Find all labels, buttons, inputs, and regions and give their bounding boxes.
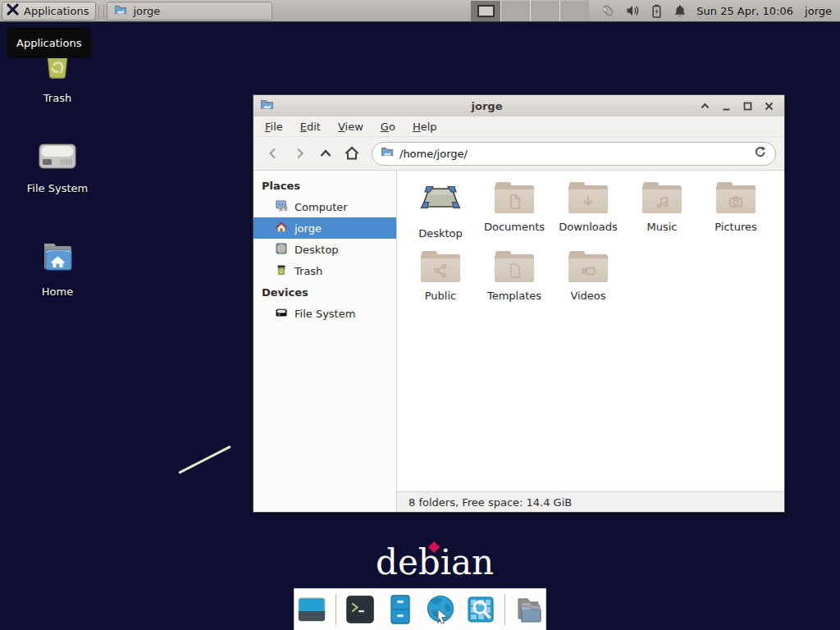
path-folder-icon bbox=[381, 145, 394, 162]
reload-icon[interactable] bbox=[754, 145, 767, 162]
folder-item-templates[interactable]: Templates bbox=[477, 251, 551, 302]
xorg-logo-icon bbox=[6, 2, 20, 19]
sidebar-item-jorge[interactable]: jorge bbox=[253, 217, 396, 239]
folder-public-icon bbox=[421, 251, 460, 282]
drive-small-icon bbox=[275, 306, 288, 322]
folder-window-icon bbox=[114, 3, 127, 19]
user-home-icon bbox=[275, 221, 288, 236]
debian-logo: debian bbox=[376, 542, 494, 582]
window-folder-icon[interactable] bbox=[260, 98, 274, 115]
file-manager-window: jorge File Edit View Go Help bbox=[253, 94, 785, 513]
folder-item-pictures[interactable]: Pictures bbox=[699, 182, 773, 240]
sidebar-item-label: jorge bbox=[294, 222, 322, 235]
workspace-1[interactable] bbox=[471, 1, 500, 21]
sidebar-item-trash[interactable]: Trash bbox=[253, 260, 396, 281]
toolbar: /home/jorge/ bbox=[253, 137, 784, 171]
location-bar[interactable]: /home/jorge/ bbox=[372, 142, 776, 166]
folder-item-desktop[interactable]: Desktop bbox=[404, 182, 477, 240]
home-button[interactable] bbox=[340, 142, 363, 165]
forward-button[interactable] bbox=[288, 142, 311, 165]
desktop-icon-label: File System bbox=[27, 182, 88, 194]
folder-item-label: Documents bbox=[484, 221, 545, 233]
maximize-button[interactable] bbox=[742, 101, 753, 112]
desktop-icon-file-system[interactable]: File System bbox=[11, 137, 103, 194]
sidebar-header-devices: Devices bbox=[253, 281, 396, 303]
folder-downloads-icon bbox=[568, 182, 608, 213]
top-panel: Applications jorge bbox=[0, 0, 840, 22]
shade-button[interactable] bbox=[700, 101, 710, 112]
folder-item-downloads[interactable]: Downloads bbox=[551, 182, 625, 240]
menu-view[interactable]: View bbox=[338, 121, 363, 133]
applications-menu-button[interactable]: Applications bbox=[2, 2, 96, 21]
battery-charging-icon[interactable] bbox=[651, 4, 663, 18]
desktop-icon-label: Trash bbox=[43, 92, 71, 104]
panel-handle[interactable] bbox=[98, 5, 104, 17]
sidebar-item-desktop[interactable]: Desktop bbox=[253, 239, 396, 260]
folder-item-label: Videos bbox=[570, 290, 605, 302]
notifications-bell-icon[interactable] bbox=[673, 4, 687, 18]
folder-item-public[interactable]: Public bbox=[404, 251, 477, 302]
taskbar-window-label: jorge bbox=[133, 5, 160, 17]
sidebar-item-label: Computer bbox=[294, 201, 348, 213]
trash-small-icon bbox=[275, 263, 288, 279]
path-text[interactable]: /home/jorge/ bbox=[399, 148, 748, 160]
minimize-button[interactable] bbox=[721, 101, 732, 112]
files-pane: Desktop Documents Downloads bbox=[397, 171, 784, 512]
desktop-icon-label: Home bbox=[42, 285, 73, 298]
folder-documents-icon bbox=[495, 182, 534, 213]
panel-clock[interactable]: Sun 25 Apr, 10:06 bbox=[696, 5, 793, 17]
folder-pictures-icon bbox=[716, 182, 756, 213]
mouse-icon[interactable] bbox=[600, 3, 615, 18]
back-button[interactable] bbox=[262, 142, 285, 165]
dock-separator bbox=[336, 594, 336, 625]
workspace-window-preview bbox=[477, 5, 495, 17]
folder-item-label: Desktop bbox=[418, 227, 463, 240]
hard-drive-icon bbox=[37, 137, 78, 178]
desktop: Applications jorge bbox=[0, 0, 840, 630]
system-tray bbox=[600, 3, 687, 18]
taskbar-window-button[interactable]: jorge bbox=[107, 2, 272, 21]
folder-item-videos[interactable]: Videos bbox=[551, 251, 625, 302]
menu-help[interactable]: Help bbox=[413, 121, 437, 133]
sidebar-header-places: Places bbox=[253, 175, 396, 196]
window-titlebar[interactable]: jorge bbox=[253, 95, 784, 116]
sidebar-item-file-system[interactable]: File System bbox=[253, 303, 396, 324]
dock-separator bbox=[504, 594, 505, 625]
workspace-switcher bbox=[471, 1, 589, 21]
close-button[interactable] bbox=[764, 101, 774, 112]
workspace-4[interactable] bbox=[559, 1, 589, 21]
panel-username: jorge bbox=[805, 5, 832, 17]
folder-item-documents[interactable]: Documents bbox=[477, 182, 551, 240]
window-title: jorge bbox=[274, 100, 700, 112]
dock bbox=[294, 588, 546, 630]
application-finder-icon[interactable] bbox=[464, 593, 497, 626]
folder-item-music[interactable]: Music bbox=[625, 182, 699, 240]
stray-line-artifact bbox=[178, 445, 231, 474]
menu-go[interactable]: Go bbox=[381, 121, 395, 133]
show-desktop-icon[interactable] bbox=[295, 593, 328, 626]
applications-tooltip: Applications bbox=[7, 27, 91, 58]
folder-item-label: Downloads bbox=[559, 221, 617, 233]
web-browser-icon[interactable] bbox=[424, 593, 457, 626]
volume-icon[interactable] bbox=[626, 4, 640, 17]
file-manager-icon[interactable] bbox=[384, 593, 417, 626]
desktop-icon-home[interactable]: Home bbox=[11, 239, 103, 298]
menubar: File Edit View Go Help bbox=[253, 116, 784, 137]
folder-item-label: Public bbox=[425, 290, 456, 302]
folder-item-label: Music bbox=[647, 221, 678, 233]
folder-item-label: Pictures bbox=[714, 221, 756, 233]
menu-edit[interactable]: Edit bbox=[300, 121, 321, 133]
home-folder-icon bbox=[37, 239, 78, 281]
menu-file[interactable]: File bbox=[265, 121, 283, 133]
terminal-icon[interactable] bbox=[344, 593, 377, 626]
workspace-2[interactable] bbox=[500, 1, 530, 21]
folder-item-label: Templates bbox=[487, 290, 541, 302]
directory-menu-icon[interactable] bbox=[513, 593, 546, 626]
sidebar-item-computer[interactable]: Computer bbox=[253, 196, 396, 217]
desktop-pad-icon bbox=[419, 182, 462, 220]
folder-music-icon bbox=[642, 182, 682, 213]
workspace-3[interactable] bbox=[530, 1, 559, 21]
files-grid: Desktop Documents Downloads bbox=[397, 171, 784, 491]
sidebar-item-label: File System bbox=[294, 308, 355, 320]
up-button[interactable] bbox=[314, 142, 337, 165]
